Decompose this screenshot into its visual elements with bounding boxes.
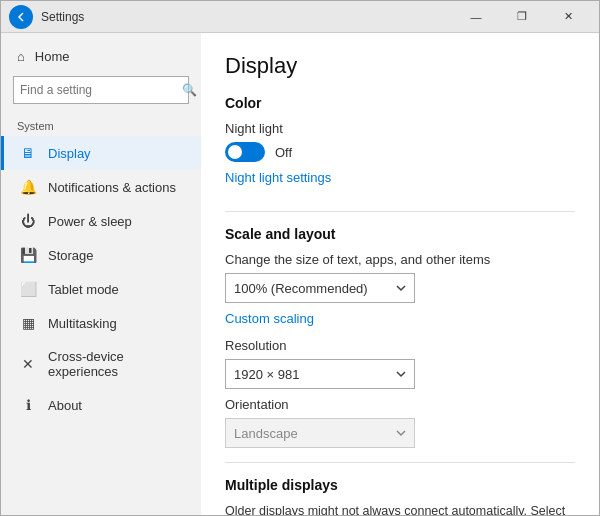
window-title: Settings [41,10,453,24]
search-input[interactable] [14,83,176,97]
search-icon: 🔍 [176,83,201,97]
night-light-label: Night light [225,121,575,136]
chevron-down-icon [396,283,406,293]
notifications-icon: 🔔 [20,179,36,195]
scale-description: Change the size of text, apps, and other… [225,252,575,267]
minimize-button[interactable]: — [453,1,499,33]
sidebar: ⌂ Home 🔍 System 🖥 Display 🔔 Notification… [1,33,201,515]
sidebar-item-crossdevice-label: Cross-device experiences [48,349,185,379]
storage-icon: 💾 [20,247,36,263]
scale-dropdown[interactable]: 100% (Recommended) [225,273,415,303]
sidebar-item-storage-label: Storage [48,248,94,263]
chevron-down-icon-3 [396,428,406,438]
sidebar-search-box[interactable]: 🔍 [13,76,189,104]
sidebar-item-home[interactable]: ⌂ Home [1,41,201,72]
night-light-settings-link[interactable]: Night light settings [225,170,331,185]
night-light-toggle[interactable] [225,142,265,162]
night-light-toggle-row: Off [225,142,575,162]
custom-scaling-link[interactable]: Custom scaling [225,311,314,326]
sidebar-item-notifications[interactable]: 🔔 Notifications & actions [1,170,201,204]
sidebar-section-label: System [1,112,201,136]
divider-2 [225,462,575,463]
sidebar-item-multitasking-label: Multitasking [48,316,117,331]
power-icon: ⏻ [20,213,36,229]
crossdevice-icon: ✕ [20,356,36,372]
back-button[interactable] [9,5,33,29]
orientation-dropdown[interactable]: Landscape [225,418,415,448]
display-icon: 🖥 [20,145,36,161]
sidebar-item-power[interactable]: ⏻ Power & sleep [1,204,201,238]
tablet-icon: ⬜ [20,281,36,297]
titlebar: Settings — ❐ ✕ [1,1,599,33]
orientation-value: Landscape [234,426,298,441]
sidebar-item-tablet-label: Tablet mode [48,282,119,297]
sidebar-item-display-label: Display [48,146,91,161]
main-content: Display Color Night light Off Night ligh… [201,33,599,515]
orientation-label: Orientation [225,397,575,412]
chevron-down-icon-2 [396,369,406,379]
sidebar-item-display[interactable]: 🖥 Display [1,136,201,170]
sidebar-item-power-label: Power & sleep [48,214,132,229]
resolution-dropdown[interactable]: 1920 × 981 [225,359,415,389]
divider-1 [225,211,575,212]
sidebar-item-about-label: About [48,398,82,413]
multitasking-icon: ▦ [20,315,36,331]
night-light-state: Off [275,145,292,160]
toggle-knob [228,145,242,159]
close-button[interactable]: ✕ [545,1,591,33]
maximize-button[interactable]: ❐ [499,1,545,33]
sidebar-item-tablet[interactable]: ⬜ Tablet mode [1,272,201,306]
window: Settings — ❐ ✕ ⌂ Home 🔍 System 🖥 Display [0,0,600,516]
sidebar-item-notifications-label: Notifications & actions [48,180,176,195]
color-section-title: Color [225,95,575,111]
sidebar-item-storage[interactable]: 💾 Storage [1,238,201,272]
about-icon: ℹ [20,397,36,413]
sidebar-item-about[interactable]: ℹ About [1,388,201,422]
sidebar-item-crossdevice[interactable]: ✕ Cross-device experiences [1,340,201,388]
scale-value: 100% (Recommended) [234,281,368,296]
sidebar-item-multitasking[interactable]: ▦ Multitasking [1,306,201,340]
scale-section-title: Scale and layout [225,226,575,242]
titlebar-controls: — ❐ ✕ [453,1,591,33]
content-area: ⌂ Home 🔍 System 🖥 Display 🔔 Notification… [1,33,599,515]
page-title: Display [225,53,575,79]
multiple-description: Older displays might not always connect … [225,503,575,515]
multiple-section-title: Multiple displays [225,477,575,493]
home-icon: ⌂ [17,49,25,64]
resolution-value: 1920 × 981 [234,367,299,382]
sidebar-home-label: Home [35,49,70,64]
resolution-label: Resolution [225,338,575,353]
